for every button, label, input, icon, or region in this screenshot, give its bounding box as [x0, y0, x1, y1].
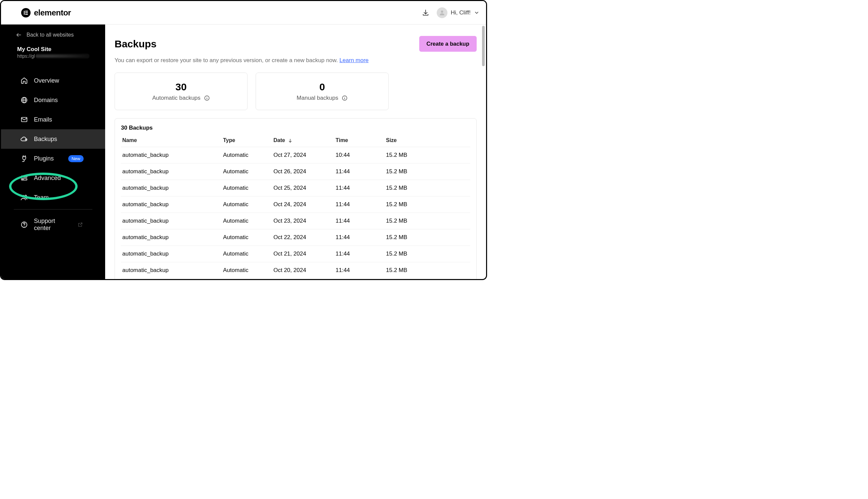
stat-card-automatic: 30 Automatic backups — [114, 73, 248, 110]
cell-size: 15.2 MB — [385, 147, 470, 163]
cell-name: automatic_backup — [121, 229, 222, 246]
table-row[interactable]: automatic_backupAutomaticOct 21, 202411:… — [121, 246, 470, 262]
cell-time: 11:44 — [334, 246, 385, 262]
table-row[interactable]: automatic_backupAutomaticOct 26, 202411:… — [121, 163, 470, 180]
learn-more-link[interactable]: Learn more — [339, 57, 369, 63]
cell-type: Automatic — [222, 180, 272, 196]
col-type[interactable]: Type — [222, 135, 272, 147]
external-link-icon — [77, 222, 83, 227]
user-menu[interactable]: Hi, Cliff! — [437, 8, 479, 18]
page-subtext-text: You can export or restore your site to a… — [114, 57, 338, 63]
cell-type: Automatic — [222, 246, 272, 262]
page-subtext: You can export or restore your site to a… — [114, 57, 477, 64]
table-row[interactable]: automatic_backupAutomaticOct 24, 202411:… — [121, 196, 470, 213]
brand-logo-text: elementor — [34, 8, 71, 17]
table-row[interactable]: automatic_backupAutomaticOct 20, 202411:… — [121, 262, 470, 279]
cell-type: Automatic — [222, 262, 272, 279]
cell-time: 10:44 — [334, 147, 385, 163]
plug-icon — [21, 155, 28, 162]
stats-row: 30 Automatic backups 0 Manual backups — [114, 73, 477, 110]
sidebar-item-label: Team — [34, 194, 49, 201]
app-header: elementor Hi, Cliff! — [1, 1, 486, 25]
stat-label: Manual backups — [297, 95, 338, 101]
site-url-prefix: https://gl — [17, 53, 35, 59]
team-icon — [21, 194, 28, 201]
sidebar-item-domains[interactable]: Domains — [1, 90, 105, 110]
cell-type: Automatic — [222, 196, 272, 213]
sidebar-item-advanced[interactable]: Advanced — [1, 168, 105, 188]
sidebar-item-label: Domains — [34, 97, 58, 104]
scrollbar-thumb[interactable] — [482, 26, 485, 66]
cloud-icon — [21, 135, 28, 143]
svg-point-17 — [24, 226, 25, 227]
cell-size: 15.2 MB — [385, 279, 470, 279]
svg-point-12 — [23, 176, 23, 177]
back-label: Back to all websites — [26, 32, 74, 38]
site-block: My Cool Site https://gl — [1, 46, 105, 65]
cell-size: 15.2 MB — [385, 213, 470, 229]
cell-time: 11:44 — [334, 262, 385, 279]
info-icon[interactable] — [342, 95, 348, 101]
cell-date: Oct 21, 2024 — [272, 246, 334, 262]
sidebar: Back to all websites My Cool Site https:… — [1, 25, 105, 279]
sidebar-item-team[interactable]: Team — [1, 188, 105, 207]
col-name[interactable]: Name — [121, 135, 222, 147]
cell-time: 11:44 — [334, 229, 385, 246]
scrollbar[interactable] — [481, 25, 485, 279]
backups-table-wrap: 30 Backups Name Type Date Time — [114, 118, 477, 279]
cell-name: automatic_backup — [121, 180, 222, 196]
cell-type: Automatic — [222, 229, 272, 246]
cell-name: automatic_backup — [121, 147, 222, 163]
main-content: Backups Create a backup You can export o… — [105, 25, 486, 279]
cell-name: automatic_backup — [121, 163, 222, 180]
svg-rect-11 — [22, 179, 27, 180]
sidebar-item-support[interactable]: Support center — [1, 211, 105, 238]
cell-time: 11:44 — [334, 196, 385, 213]
back-to-websites-link[interactable]: Back to all websites — [1, 32, 105, 46]
sidebar-item-emails[interactable]: Emails — [1, 110, 105, 129]
new-badge: New — [68, 155, 84, 162]
table-row[interactable]: automatic_backupAutomaticOct 22, 202411:… — [121, 229, 470, 246]
create-backup-button[interactable]: Create a backup — [419, 36, 477, 52]
stat-label: Automatic backups — [152, 95, 201, 101]
col-date[interactable]: Date — [272, 135, 334, 147]
sidebar-item-plugins[interactable]: Plugins New — [1, 149, 105, 168]
sidebar-item-label: Advanced — [34, 175, 61, 182]
table-row[interactable]: automatic_backupAutomaticOct 23, 202411:… — [121, 213, 470, 229]
help-icon — [21, 221, 28, 228]
svg-point-23 — [344, 97, 345, 97]
sidebar-item-label: Emails — [34, 116, 52, 123]
table-row[interactable]: automatic_backupAutomaticOct 25, 202411:… — [121, 180, 470, 196]
col-size[interactable]: Size — [385, 135, 470, 147]
table-row[interactable]: automatic_backupAutomaticOct 27, 202410:… — [121, 147, 470, 163]
download-icon[interactable] — [422, 9, 429, 16]
arrow-left-icon — [16, 32, 22, 38]
cell-size: 15.2 MB — [385, 163, 470, 180]
svg-rect-2 — [25, 12, 28, 13]
stat-card-manual: 0 Manual backups — [256, 73, 389, 110]
site-name: My Cool Site — [17, 46, 91, 53]
page-title: Backups — [114, 38, 157, 50]
sidebar-item-backups[interactable]: Backups — [1, 129, 105, 149]
svg-point-14 — [23, 195, 25, 197]
cell-time: 11:44 — [334, 180, 385, 196]
sidebar-item-label: Support center — [34, 218, 72, 232]
greeting-text: Hi, Cliff! — [451, 9, 471, 16]
table-row[interactable]: automatic_backupAutomaticOct 19, 202411:… — [121, 279, 470, 279]
info-icon[interactable] — [204, 95, 210, 101]
brand-logo-mark — [21, 8, 31, 17]
table-title: 30 Backups — [121, 125, 470, 131]
svg-point-20 — [207, 97, 207, 97]
svg-rect-0 — [24, 11, 25, 15]
cell-size: 15.2 MB — [385, 246, 470, 262]
redacted-smudge — [36, 54, 89, 58]
sort-desc-icon — [288, 138, 292, 143]
sidebar-item-overview[interactable]: Overview — [1, 71, 105, 90]
cell-date: Oct 23, 2024 — [272, 213, 334, 229]
table-header-row: Name Type Date Time Size — [121, 135, 470, 147]
cell-date: Oct 25, 2024 — [272, 180, 334, 196]
site-url: https://gl — [17, 53, 91, 59]
brand-logo[interactable]: elementor — [21, 8, 71, 17]
col-time[interactable]: Time — [334, 135, 385, 147]
cell-size: 15.2 MB — [385, 196, 470, 213]
